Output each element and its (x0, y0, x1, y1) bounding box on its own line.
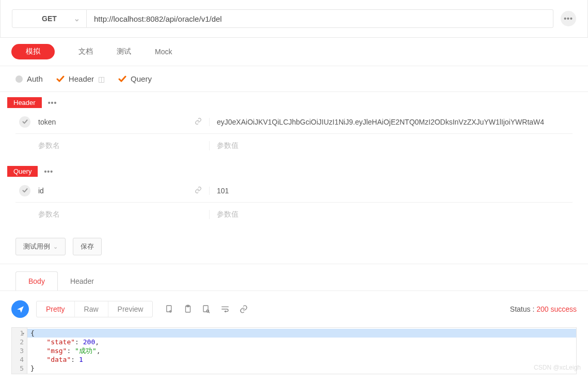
response-body: 1▾ 2 3 4 5 { "state": 200, "msg": "成功", … (11, 327, 577, 374)
subtab-auth[interactable]: Auth (15, 74, 43, 83)
subtab-header-label: Header (69, 74, 94, 83)
link-icon[interactable] (195, 186, 202, 195)
param-name-placeholder[interactable]: 参数名 (34, 210, 210, 219)
save-button[interactable]: 保存 (73, 238, 102, 255)
request-bar: GET ⌄ ••• (0, 0, 588, 38)
tab-test[interactable]: 测试 (117, 47, 131, 56)
section-header: Header ••• (0, 92, 588, 108)
param-value-placeholder[interactable]: 参数值 (210, 141, 573, 150)
copy-icon[interactable] (164, 304, 174, 314)
view-mode-tabs: Pretty Raw Preview (36, 301, 153, 317)
action-buttons: 测试用例 ⌄ 保存 (0, 230, 588, 264)
clipboard-icon[interactable] (183, 304, 193, 314)
param-name[interactable]: token (34, 118, 210, 126)
header-badge: Header (7, 97, 42, 108)
tab-mock[interactable]: 模拟 (11, 44, 55, 59)
param-type-tabs: Auth Header ◫ Query (0, 66, 588, 92)
more-button[interactable]: ••• (561, 11, 576, 26)
view-preview[interactable]: Preview (108, 301, 153, 317)
table-row: 参数名 参数值 (15, 134, 573, 158)
query-params-table: id 101 参数名 参数值 (0, 177, 588, 230)
row-toggle[interactable] (15, 185, 34, 196)
link-icon[interactable] (195, 117, 202, 126)
resp-tab-header[interactable]: Header (57, 271, 107, 291)
response-tools (164, 304, 249, 314)
view-pretty[interactable]: Pretty (37, 301, 75, 317)
header-params-table: token eyJ0eXAiOiJKV1QiLCJhbGciOiJIUzI1Ni… (0, 108, 588, 161)
table-row: 参数名 参数值 (15, 203, 573, 226)
svg-rect-4 (203, 305, 208, 312)
chevron-down-icon: ⌄ (53, 243, 58, 250)
url-input[interactable] (87, 9, 553, 28)
subtab-header[interactable]: Header ◫ (56, 74, 105, 83)
query-badge: Query (7, 166, 38, 177)
section-query: Query ••• (0, 161, 588, 177)
view-raw[interactable]: Raw (75, 301, 108, 317)
subtab-query[interactable]: Query (118, 74, 152, 83)
param-value-placeholder[interactable]: 参数值 (210, 210, 573, 219)
check-circle-icon (19, 185, 30, 196)
status-text: Status : 200 success (510, 305, 577, 313)
status-value: 200 success (536, 305, 577, 313)
main-tabs: 模拟 文档 测试 Mock (0, 38, 588, 66)
ellipsis-icon: ••• (564, 14, 573, 23)
response-tabs: Body Header (0, 264, 588, 291)
subtab-query-label: Query (131, 74, 152, 83)
search-icon[interactable] (201, 304, 212, 314)
send-icon (16, 305, 25, 314)
fold-icon[interactable]: ▾ (22, 329, 25, 338)
code-content[interactable]: { "state": 200, "msg": "成功", "data": 1 } (27, 328, 576, 374)
table-row: token eyJ0eXAiOiJKV1QiLCJhbGciOiJIUzI1Ni… (15, 110, 573, 134)
send-button[interactable] (11, 300, 29, 318)
check-circle-icon (19, 116, 30, 128)
link-icon[interactable] (239, 304, 249, 314)
response-toolbar: Pretty Raw Preview Status : 200 success (0, 291, 588, 327)
testcase-button[interactable]: 测试用例 ⌄ (15, 238, 66, 255)
tab-doc[interactable]: 文档 (78, 47, 93, 56)
chevron-down-icon: ⌄ (74, 14, 80, 23)
method-select[interactable]: GET ⌄ (12, 9, 87, 28)
check-icon (56, 75, 65, 83)
cube-icon: ◫ (98, 75, 105, 83)
dot-unchecked-icon (15, 75, 23, 83)
subtab-auth-label: Auth (27, 74, 43, 83)
ellipsis-icon[interactable]: ••• (44, 167, 53, 176)
param-value[interactable]: 101 (210, 187, 573, 195)
param-value[interactable]: eyJ0eXAiOiJKV1QiLCJhbGciOiJIUzI1NiJ9.eyJ… (210, 118, 573, 126)
table-row: id 101 (15, 179, 573, 203)
param-name[interactable]: id (34, 187, 210, 195)
param-name-placeholder[interactable]: 参数名 (34, 141, 210, 150)
svg-point-1 (170, 311, 171, 312)
resp-tab-body[interactable]: Body (15, 271, 58, 291)
wrap-icon[interactable] (220, 304, 230, 314)
ellipsis-icon[interactable]: ••• (48, 99, 57, 107)
check-icon (118, 75, 126, 83)
tab-mockapi[interactable]: Mock (155, 48, 172, 56)
row-toggle[interactable] (15, 116, 34, 128)
method-value: GET (42, 14, 57, 23)
line-gutter: 1▾ 2 3 4 5 (12, 328, 27, 374)
